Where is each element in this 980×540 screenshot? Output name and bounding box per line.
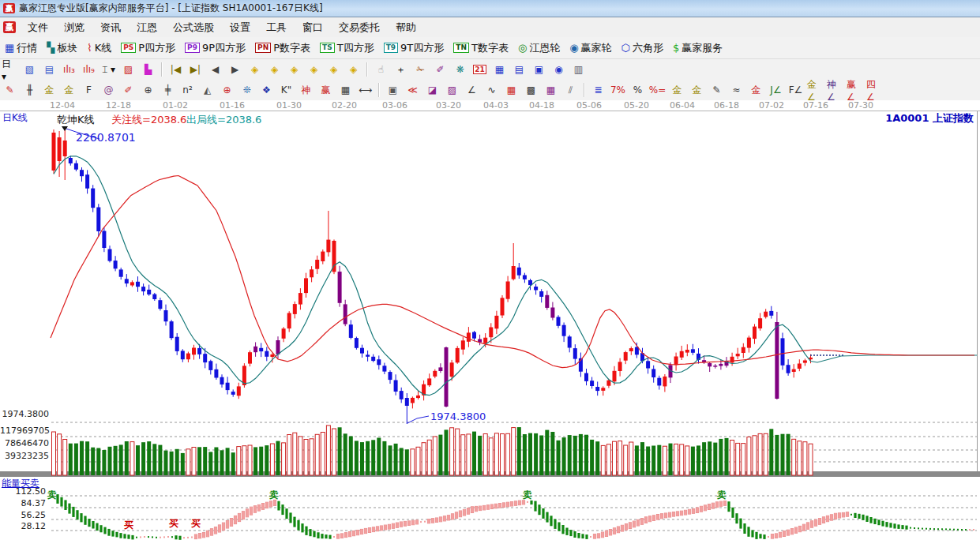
sell-signal-label: 卖 (523, 489, 532, 502)
menu-item-设置[interactable]: 设置 (222, 19, 258, 36)
gann-lines-tool[interactable]: ╫ (21, 81, 39, 99)
percent-line-tool[interactable]: %= (648, 81, 666, 99)
report-tool[interactable]: ▤ (510, 61, 528, 78)
angle-gold-tool[interactable]: 金∠ (806, 81, 824, 99)
grid-red-tool[interactable]: ▦ (502, 81, 520, 99)
toolbar-button-p-number-table[interactable]: PNP数字表 (250, 39, 315, 57)
toolbar-button-t-number-table[interactable]: TNT数字表 (449, 39, 513, 57)
spider-web-tool[interactable]: ❖ (257, 81, 276, 99)
menu-item-浏览[interactable]: 浏览 (56, 19, 92, 36)
zoom-out-button[interactable]: ◈ (325, 61, 343, 78)
toolbar-button-hexagon[interactable]: ⬡六角形 (617, 39, 668, 57)
percent-tool[interactable]: % (629, 81, 647, 99)
kline-chart-canvas[interactable] (0, 100, 980, 540)
percent-seven-tool[interactable]: 7% (609, 81, 627, 99)
scroll-left-button[interactable]: ◈ (246, 61, 264, 78)
info-doc-icon[interactable]: ▤ (40, 61, 58, 78)
hand-tool[interactable]: ☝ (372, 61, 390, 78)
gold-circle-tool[interactable]: 金 (668, 81, 686, 99)
menu-item-工具[interactable]: 工具 (258, 19, 295, 36)
brush-line-tool[interactable]: ✎ (708, 81, 726, 99)
compass-tool[interactable]: ⊕ (218, 81, 236, 99)
fan-box-tool[interactable]: ◪ (423, 81, 441, 99)
box-tool[interactable]: ▣ (384, 81, 402, 99)
ying-tool[interactable]: 赢 (317, 81, 335, 99)
toolbar-button-p9-square[interactable]: P99P四方形 (180, 39, 250, 57)
zone-select-icon[interactable]: ▧ (21, 61, 39, 78)
ruler-123-tool[interactable]: ▦ (336, 81, 355, 99)
calendar-tool[interactable]: 21 (471, 61, 489, 78)
chart-area[interactable]: 12-0412-1801-0201-1601-3002-2003-0603-20… (0, 100, 980, 540)
pattern-box-icon[interactable]: ▨ (119, 61, 137, 78)
toolbar-button-t9-square[interactable]: T99T四方形 (379, 39, 449, 57)
toolbar-button-sectors[interactable]: ▚板块 (42, 39, 82, 57)
crosshair-tool[interactable]: ＋ (392, 61, 410, 78)
menu-item-文件[interactable]: 文件 (20, 19, 56, 36)
calculator-tool[interactable]: ▦ (490, 61, 509, 78)
k-mark-tool[interactable]: K" (277, 81, 295, 99)
time-circle-tool[interactable]: ⊕ (139, 81, 157, 99)
price-lines-tool[interactable]: ╪ (159, 81, 177, 99)
prev-bar-button[interactable]: ◀ (206, 61, 224, 78)
cut-tool[interactable]: ✁ (411, 61, 430, 78)
compress-horizontal-button[interactable]: ◈ (305, 61, 323, 78)
zoom-in-button[interactable]: ◈ (344, 61, 362, 78)
menu-item-公式选股[interactable]: 公式选股 (165, 19, 222, 36)
expand-horizontal-button[interactable]: ◈ (285, 61, 303, 78)
toolbar-button-gann-wheel[interactable]: ◎江恩轮 (513, 39, 565, 57)
mirror-angle-tool[interactable]: ◭ (198, 81, 216, 99)
spiral-tool[interactable]: @ (100, 81, 118, 99)
menu-item-窗口[interactable]: 窗口 (295, 19, 331, 36)
gold-red-tool[interactable]: 金 (747, 81, 765, 99)
toolbar-button-t-square[interactable]: TST四方形 (315, 39, 379, 57)
next-bar-button[interactable]: ▶ (226, 61, 244, 78)
angle-shen-tool[interactable]: 神∠ (826, 81, 844, 99)
gold-channel-tool[interactable]: 金 (60, 81, 78, 99)
angle-j-tool[interactable]: J∠ (767, 81, 785, 99)
annotate-tool[interactable]: ✐ (431, 61, 449, 78)
menu-item-交易委托[interactable]: 交易委托 (331, 19, 388, 36)
web-box-tool[interactable]: ▨ (443, 81, 461, 99)
angle-f-tool[interactable]: F∠ (787, 81, 805, 99)
measure-pen-tool[interactable]: ✐ (119, 81, 137, 99)
period-day-dropdown[interactable]: 日 ▾ (1, 61, 19, 78)
pattern-tool[interactable]: ❋ (451, 61, 469, 78)
level-steps-tool[interactable]: ≣ (589, 81, 607, 99)
web-grid-tool[interactable]: ▦ (542, 81, 560, 99)
export-tool[interactable]: ◉ (550, 61, 568, 78)
bars-9-icon[interactable]: ılı₉ (80, 61, 98, 78)
save-tool[interactable]: ▣ (530, 61, 548, 78)
angle-si-tool[interactable]: 四∠ (865, 81, 884, 99)
quotes-icon: ▦ (5, 43, 14, 54)
wave-a-tool[interactable]: ≈ (727, 81, 745, 99)
toolbar-button-p-square[interactable]: PSP四方形 (116, 39, 180, 57)
candle-style-dropdown[interactable]: ⌶ ▾ (100, 61, 118, 78)
bars-3-icon[interactable]: ılı₃ (60, 61, 78, 78)
angle-line-tool[interactable]: ∠ (463, 81, 481, 99)
toolbar-button-winner-wheel[interactable]: ◉赢家轮 (565, 39, 616, 57)
fibonacci-tool[interactable]: F (80, 81, 98, 99)
gold-section-tool[interactable]: 金 (40, 81, 58, 99)
menu-item-资讯[interactable]: 资讯 (92, 19, 129, 36)
fan-lines-tool[interactable]: ≪ (404, 81, 422, 99)
last-bar-button[interactable]: ▶| (186, 61, 205, 78)
wave-line-tool[interactable]: ∿ (482, 81, 501, 99)
toolbar-button-quotes[interactable]: ▦行情 (0, 39, 42, 57)
pen-tool[interactable]: ✎ (1, 81, 19, 99)
gold-line-tool[interactable]: 金 (688, 81, 706, 99)
toolbar-button-winner-service[interactable]: $赢家服务 (668, 39, 727, 57)
n-square-tool[interactable]: n² (178, 81, 197, 99)
menu-item-江恩[interactable]: 江恩 (129, 19, 165, 36)
scroll-right-button[interactable]: ◈ (265, 61, 283, 78)
menu-item-帮助[interactable]: 帮助 (388, 19, 424, 36)
grid-dark-tool[interactable]: ▩ (522, 81, 540, 99)
angle-ying-tool[interactable]: 赢∠ (846, 81, 864, 99)
star-compass-tool[interactable]: ❊ (238, 81, 256, 99)
width-arrows-tool[interactable]: ⟷ (356, 81, 374, 99)
shen-tool[interactable]: 神 (297, 81, 315, 99)
toolbar-button-kline[interactable]: ⌇K线 (82, 39, 116, 57)
first-bar-button[interactable]: |◀ (167, 61, 185, 78)
print-tool[interactable]: ▥ (569, 61, 588, 78)
parallel-lines-tool[interactable]: ⫽ (561, 81, 580, 99)
profile-chart-icon[interactable]: ▙ (139, 61, 157, 78)
